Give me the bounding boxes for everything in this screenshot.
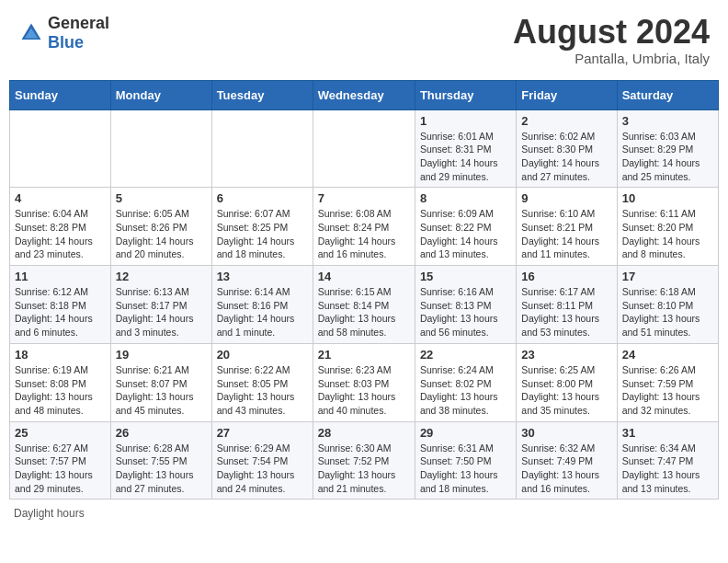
day-info: Sunrise: 6:24 AM Sunset: 8:02 PM Dayligh…	[420, 363, 511, 418]
calendar-day-cell: 28Sunrise: 6:30 AM Sunset: 7:52 PM Dayli…	[313, 421, 415, 500]
calendar-day-cell: 29Sunrise: 6:31 AM Sunset: 7:50 PM Dayli…	[415, 421, 516, 500]
calendar-day-cell: 15Sunrise: 6:16 AM Sunset: 8:13 PM Dayli…	[415, 266, 516, 344]
day-info: Sunrise: 6:17 AM Sunset: 8:11 PM Dayligh…	[521, 285, 611, 339]
day-info: Sunrise: 6:34 AM Sunset: 7:47 PM Dayligh…	[622, 442, 713, 496]
day-number: 18	[15, 348, 106, 362]
calendar-day-cell: 17Sunrise: 6:18 AM Sunset: 8:10 PM Dayli…	[617, 266, 718, 344]
calendar-day-cell: 19Sunrise: 6:21 AM Sunset: 8:07 PM Dayli…	[110, 343, 211, 421]
day-number: 31	[622, 426, 713, 440]
calendar-day-cell	[10, 109, 111, 188]
day-info: Sunrise: 6:21 AM Sunset: 8:07 PM Dayligh…	[116, 363, 207, 418]
day-number: 9	[521, 191, 611, 205]
day-number: 27	[217, 426, 308, 440]
calendar-day-header: Wednesday	[313, 80, 415, 109]
day-info: Sunrise: 6:10 AM Sunset: 8:21 PM Dayligh…	[521, 207, 611, 261]
calendar-day-header: Thursday	[415, 80, 516, 109]
day-number: 1	[420, 114, 511, 128]
day-number: 26	[116, 426, 207, 440]
day-number: 19	[116, 348, 207, 362]
day-number: 5	[116, 191, 207, 205]
generalblue-logo-icon	[18, 20, 44, 46]
day-info: Sunrise: 6:26 AM Sunset: 7:59 PM Dayligh…	[622, 363, 713, 418]
calendar-day-header: Friday	[517, 80, 617, 109]
day-info: Sunrise: 6:32 AM Sunset: 7:49 PM Dayligh…	[521, 442, 611, 496]
day-number: 16	[521, 270, 611, 283]
calendar-day-cell	[313, 109, 415, 188]
day-number: 10	[622, 191, 713, 205]
calendar-day-cell: 14Sunrise: 6:15 AM Sunset: 8:14 PM Dayli…	[313, 266, 415, 344]
calendar-table: SundayMondayTuesdayWednesdayThursdayFrid…	[9, 80, 719, 500]
calendar-day-cell: 24Sunrise: 6:26 AM Sunset: 7:59 PM Dayli…	[617, 343, 718, 421]
day-number: 12	[116, 270, 207, 283]
calendar-week-row: 4Sunrise: 6:04 AM Sunset: 8:28 PM Daylig…	[10, 188, 719, 266]
day-info: Sunrise: 6:05 AM Sunset: 8:26 PM Dayligh…	[116, 207, 207, 261]
day-info: Sunrise: 6:28 AM Sunset: 7:55 PM Dayligh…	[116, 442, 207, 496]
day-info: Sunrise: 6:01 AM Sunset: 8:31 PM Dayligh…	[420, 130, 511, 184]
location-subtitle: Pantalla, Umbria, Italy	[513, 51, 710, 66]
day-number: 28	[318, 426, 410, 440]
day-info: Sunrise: 6:11 AM Sunset: 8:20 PM Dayligh…	[622, 207, 713, 261]
day-number: 17	[622, 270, 713, 283]
day-number: 15	[420, 270, 511, 283]
calendar-day-cell: 3Sunrise: 6:03 AM Sunset: 8:29 PM Daylig…	[617, 109, 718, 188]
calendar-day-cell: 8Sunrise: 6:09 AM Sunset: 8:22 PM Daylig…	[415, 188, 516, 266]
calendar-day-cell	[110, 109, 211, 188]
day-info: Sunrise: 6:25 AM Sunset: 8:00 PM Dayligh…	[521, 363, 611, 418]
day-info: Sunrise: 6:03 AM Sunset: 8:29 PM Dayligh…	[622, 130, 713, 184]
calendar-day-cell: 1Sunrise: 6:01 AM Sunset: 8:31 PM Daylig…	[415, 109, 516, 188]
day-info: Sunrise: 6:18 AM Sunset: 8:10 PM Dayligh…	[622, 285, 713, 339]
day-number: 20	[217, 348, 308, 362]
calendar-week-row: 25Sunrise: 6:27 AM Sunset: 7:57 PM Dayli…	[10, 421, 719, 500]
calendar-day-header: Tuesday	[211, 80, 313, 109]
day-number: 7	[318, 191, 410, 205]
calendar-day-cell: 27Sunrise: 6:29 AM Sunset: 7:54 PM Dayli…	[211, 421, 313, 500]
logo-blue-text: Blue	[48, 33, 84, 52]
day-number: 21	[318, 348, 410, 362]
day-number: 23	[521, 348, 611, 362]
calendar-day-cell: 6Sunrise: 6:07 AM Sunset: 8:25 PM Daylig…	[211, 188, 313, 266]
day-number: 25	[15, 426, 106, 440]
day-info: Sunrise: 6:19 AM Sunset: 8:08 PM Dayligh…	[15, 363, 106, 418]
day-number: 6	[217, 191, 308, 205]
day-info: Sunrise: 6:13 AM Sunset: 8:17 PM Dayligh…	[116, 285, 207, 339]
day-info: Sunrise: 6:23 AM Sunset: 8:03 PM Dayligh…	[318, 363, 410, 418]
calendar-day-cell: 25Sunrise: 6:27 AM Sunset: 7:57 PM Dayli…	[10, 421, 111, 500]
calendar-day-cell: 18Sunrise: 6:19 AM Sunset: 8:08 PM Dayli…	[10, 343, 111, 421]
calendar-day-cell	[211, 109, 313, 188]
day-info: Sunrise: 6:16 AM Sunset: 8:13 PM Dayligh…	[420, 285, 511, 339]
day-info: Sunrise: 6:30 AM Sunset: 7:52 PM Dayligh…	[318, 442, 410, 496]
day-info: Sunrise: 6:29 AM Sunset: 7:54 PM Dayligh…	[217, 442, 308, 496]
calendar-day-cell: 31Sunrise: 6:34 AM Sunset: 7:47 PM Dayli…	[617, 421, 718, 500]
calendar-day-cell: 30Sunrise: 6:32 AM Sunset: 7:49 PM Dayli…	[517, 421, 617, 500]
calendar-day-cell: 23Sunrise: 6:25 AM Sunset: 8:00 PM Dayli…	[517, 343, 617, 421]
calendar-day-cell: 16Sunrise: 6:17 AM Sunset: 8:11 PM Dayli…	[517, 266, 617, 344]
logo: General Blue	[18, 14, 109, 52]
day-info: Sunrise: 6:08 AM Sunset: 8:24 PM Dayligh…	[318, 207, 410, 261]
daylight-label: Daylight hours	[14, 507, 85, 520]
calendar-day-cell: 12Sunrise: 6:13 AM Sunset: 8:17 PM Dayli…	[110, 266, 211, 344]
logo-general-text: General	[48, 14, 109, 32]
day-number: 14	[318, 270, 410, 283]
month-year-title: August 2024	[513, 14, 710, 51]
title-block: August 2024 Pantalla, Umbria, Italy	[513, 14, 710, 66]
calendar-week-row: 18Sunrise: 6:19 AM Sunset: 8:08 PM Dayli…	[10, 343, 719, 421]
day-info: Sunrise: 6:14 AM Sunset: 8:16 PM Dayligh…	[217, 285, 308, 339]
day-info: Sunrise: 6:04 AM Sunset: 8:28 PM Dayligh…	[15, 207, 106, 261]
day-number: 4	[15, 191, 106, 205]
day-number: 11	[15, 270, 106, 283]
day-number: 24	[622, 348, 713, 362]
calendar-day-cell: 26Sunrise: 6:28 AM Sunset: 7:55 PM Dayli…	[110, 421, 211, 500]
day-info: Sunrise: 6:09 AM Sunset: 8:22 PM Dayligh…	[420, 207, 511, 261]
calendar-day-cell: 2Sunrise: 6:02 AM Sunset: 8:30 PM Daylig…	[517, 109, 617, 188]
calendar-week-row: 11Sunrise: 6:12 AM Sunset: 8:18 PM Dayli…	[10, 266, 719, 344]
calendar-day-cell: 13Sunrise: 6:14 AM Sunset: 8:16 PM Dayli…	[211, 266, 313, 344]
calendar-day-cell: 21Sunrise: 6:23 AM Sunset: 8:03 PM Dayli…	[313, 343, 415, 421]
calendar-day-cell: 5Sunrise: 6:05 AM Sunset: 8:26 PM Daylig…	[110, 188, 211, 266]
day-info: Sunrise: 6:27 AM Sunset: 7:57 PM Dayligh…	[15, 442, 106, 496]
day-info: Sunrise: 6:07 AM Sunset: 8:25 PM Dayligh…	[217, 207, 308, 261]
day-number: 2	[521, 114, 611, 128]
calendar-header-row: SundayMondayTuesdayWednesdayThursdayFrid…	[10, 80, 719, 109]
calendar-week-row: 1Sunrise: 6:01 AM Sunset: 8:31 PM Daylig…	[10, 109, 719, 188]
calendar-day-cell: 11Sunrise: 6:12 AM Sunset: 8:18 PM Dayli…	[10, 266, 111, 344]
calendar-day-header: Sunday	[10, 80, 111, 109]
